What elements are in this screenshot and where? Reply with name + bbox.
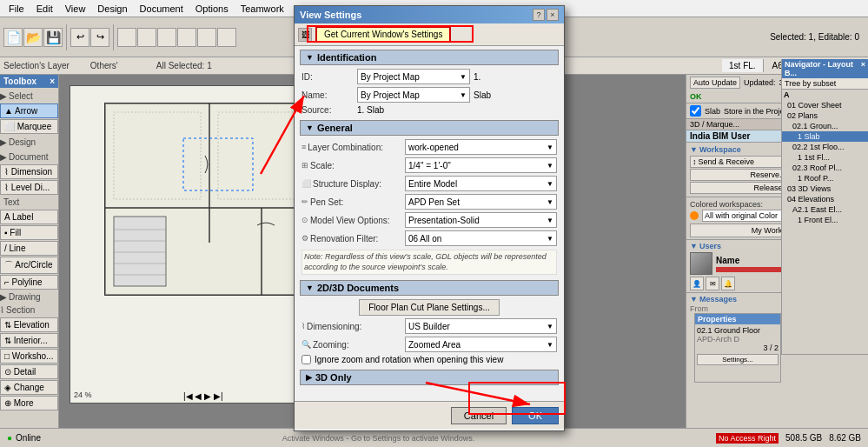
- toolbox-section-document[interactable]: ▶Document: [0, 150, 58, 163]
- dimensioning-label: ⌇ Dimensioning:: [301, 322, 401, 331]
- toolbar-save-btn[interactable]: 💾: [43, 28, 63, 47]
- nav-item-a21[interactable]: A2.1 East El...: [782, 204, 868, 215]
- tab-1st-fl[interactable]: 1st FL.: [722, 59, 764, 72]
- toolbar-btn-5[interactable]: [197, 28, 216, 47]
- ignore-zoom-checkbox[interactable]: [301, 355, 311, 364]
- toolbar-redo-btn[interactable]: ↪: [90, 28, 109, 47]
- nav-item-021[interactable]: 02.1 Groun...: [782, 121, 868, 131]
- nav-item-023[interactable]: 02.3 Roof Pl...: [782, 163, 868, 173]
- layer-comb-dropdown[interactable]: work-opened▼: [405, 139, 557, 155]
- navigator-title-bar: Navigator - Layout B... ×: [782, 59, 868, 78]
- menu-edit[interactable]: Edit: [31, 2, 58, 16]
- menu-file[interactable]: File: [3, 2, 30, 16]
- floor-plan-cut-plane-btn[interactable]: Floor Plan Cut Plane Settings...: [359, 299, 500, 316]
- nav-item-a[interactable]: A: [782, 90, 868, 100]
- toolbox-line-tool[interactable]: / Line: [0, 241, 58, 256]
- properties-content: 02.1 Ground Floor APD-Arch D 3 / 2 Setti…: [695, 324, 780, 367]
- nav-item-01[interactable]: 01 Cover Sheet: [782, 100, 868, 110]
- toolbox-leveldim-tool[interactable]: ⌇ Level Di...: [0, 180, 58, 195]
- scale-dropdown[interactable]: 1/4" = 1'-0"▼: [405, 157, 557, 173]
- menu-teamwork[interactable]: Teamwork: [235, 2, 289, 16]
- activate-windows-text: Activate Windows - Go to Settings to act…: [41, 433, 716, 443]
- toolbar-btn-2[interactable]: [137, 28, 156, 47]
- toolbox-label-tool[interactable]: A Label: [0, 210, 58, 224]
- toolbox-elevation-tool[interactable]: ⇅ Elevation: [0, 317, 58, 332]
- auto-update-label[interactable]: Auto Update: [690, 77, 740, 89]
- dialog-close-btn[interactable]: ×: [547, 9, 559, 21]
- nav-item-022[interactable]: 02.2 1st Floo...: [782, 142, 868, 152]
- toolbox-dimension-tool[interactable]: ⌇ Dimension: [0, 164, 58, 179]
- toolbox-polyline-tool[interactable]: ⌐ Polyline: [0, 275, 58, 290]
- user-icon-3[interactable]: 🔔: [721, 277, 735, 290]
- toolbar-btn-3[interactable]: [157, 28, 176, 47]
- toolbar-btn-1[interactable]: [117, 28, 136, 47]
- nav-item-03[interactable]: 03 3D Views: [782, 183, 868, 194]
- user-icon-1[interactable]: 👤: [690, 277, 704, 290]
- toolbox-section-drawing[interactable]: ▶Drawing: [0, 290, 58, 304]
- toolbox-close-icon[interactable]: ×: [50, 77, 55, 86]
- id-dropdown[interactable]: By Project Map▼: [357, 69, 470, 84]
- page-nav[interactable]: |◀ ◀ ▶ ▶|: [183, 391, 223, 401]
- nav-item-front[interactable]: 1 Front El...: [782, 215, 868, 225]
- toolbox-section-design[interactable]: ▶Design: [0, 136, 58, 149]
- toolbar-btn-6[interactable]: [217, 28, 236, 47]
- renovation-filter-dropdown[interactable]: 06 All on▼: [405, 230, 557, 246]
- nav-item-02[interactable]: 02 Plans: [782, 110, 868, 121]
- nav-item-1slab[interactable]: 1 Slab: [782, 131, 868, 142]
- slab-checkbox[interactable]: [690, 105, 701, 117]
- menu-document[interactable]: Document: [135, 2, 189, 16]
- dialog-title: View Settings: [300, 10, 361, 20]
- identification-header[interactable]: ▼ Identification: [300, 50, 559, 65]
- structure-display-dropdown[interactable]: Entire Model▼: [405, 176, 557, 191]
- toolbox-arrow-tool[interactable]: ▲ Arrow: [0, 103, 58, 118]
- ok-button[interactable]: OK: [512, 407, 559, 424]
- dialog-help-btn[interactable]: ?: [533, 9, 545, 21]
- dimensioning-dropdown[interactable]: US Builder▼: [405, 318, 557, 334]
- threed-only-header[interactable]: ▶ 3D Only: [300, 370, 559, 385]
- user-avatar: [690, 252, 712, 275]
- toolbox-change-tool[interactable]: ◈ Change: [0, 380, 58, 395]
- name-dropdown[interactable]: By Project Map▼: [357, 87, 470, 103]
- toolbox-section-section[interactable]: ⌇Section: [0, 304, 58, 317]
- nav-item-roof[interactable]: 1 Roof P...: [782, 173, 868, 183]
- toolbar-open-btn[interactable]: 📂: [23, 28, 43, 47]
- ignore-zoom-row: Ignore zoom and rotation when opening th…: [301, 355, 557, 364]
- model-view-dropdown[interactable]: Presentation-Solid▼: [405, 212, 557, 228]
- toolbox-section-text[interactable]: Text: [0, 196, 58, 209]
- toolbox-section-select[interactable]: ▶Select: [0, 90, 58, 103]
- pen-set-dropdown[interactable]: APD Pen Set▼: [405, 194, 557, 210]
- dialog-footer: Cancel OK: [295, 401, 564, 429]
- cancel-button[interactable]: Cancel: [451, 407, 507, 424]
- toolbox: Toolbox × ▶Select ▲ Arrow ⬜ Marquee ▶Des…: [0, 75, 59, 428]
- toolbox-fill-tool[interactable]: ▪ Fill: [0, 225, 58, 240]
- toolbox-marquee-tool[interactable]: ⬜ Marquee: [0, 119, 58, 134]
- toolbox-interior-tool[interactable]: ⇅ Interior...: [0, 333, 58, 348]
- menu-options[interactable]: Options: [190, 2, 234, 16]
- toolbox-worksho-tool[interactable]: □ Worksho...: [0, 349, 58, 364]
- menu-view[interactable]: View: [60, 2, 91, 16]
- properties-apd: APD-Arch D: [697, 335, 779, 344]
- toolbox-more-tool[interactable]: ⊕ More: [0, 396, 58, 410]
- properties-settings-btn[interactable]: Settings...: [697, 354, 779, 365]
- toolbar-btn-4[interactable]: [177, 28, 196, 47]
- zooming-dropdown[interactable]: Zoomed Area▼: [405, 337, 557, 352]
- menu-design[interactable]: Design: [92, 2, 132, 16]
- toolbox-detail-tool[interactable]: ⊙ Detail: [0, 364, 58, 379]
- pen-set-label: ✏ Pen Set:: [301, 197, 401, 207]
- user-icon-2[interactable]: ✉: [706, 277, 719, 290]
- nav-item-1st[interactable]: 1 1st Fl...: [782, 152, 868, 163]
- toolbar-undo-btn[interactable]: ↩: [70, 28, 89, 47]
- general-header[interactable]: ▼ General: [300, 120, 559, 136]
- toolbar-new-btn[interactable]: 📄: [3, 28, 23, 47]
- all-selected-label: All Selected: 1: [156, 61, 212, 70]
- documents-header[interactable]: ▼ 2D/3D Documents: [300, 280, 559, 296]
- navigator-filter: Tree by subset: [782, 78, 868, 90]
- toolbox-arccircle-tool[interactable]: ⌒ Arc/Circle: [0, 257, 58, 274]
- nav-item-04[interactable]: 04 Elevations: [782, 194, 868, 204]
- identification-section: ▼ Identification ID: By Project Map▼ 1.: [300, 50, 559, 115]
- id-field-row: ID: By Project Map▼ 1.: [301, 69, 557, 84]
- navigator-close-icon[interactable]: ×: [861, 60, 865, 77]
- get-current-window-btn[interactable]: Get Current Window's Settings: [315, 26, 451, 43]
- view-settings-dialog[interactable]: View Settings ? × 🖼 Get Current Window's…: [294, 5, 565, 431]
- general-label: General: [317, 123, 353, 133]
